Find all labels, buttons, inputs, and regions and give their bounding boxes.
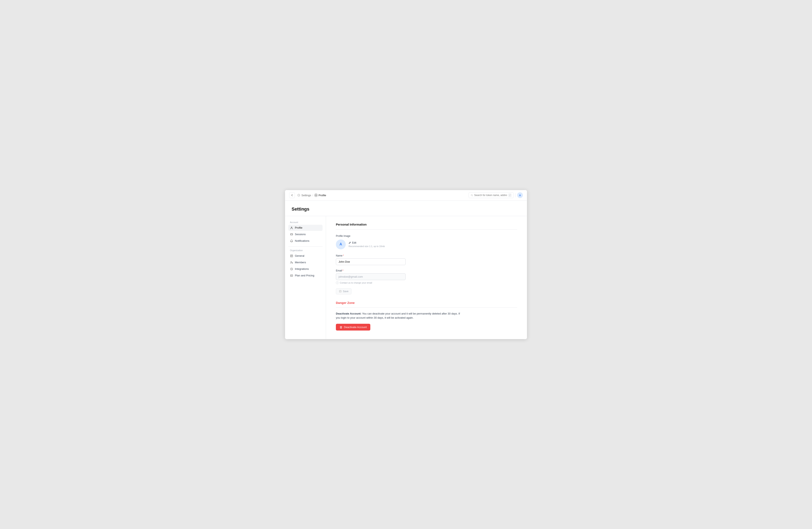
plan-pricing-icon [290, 274, 293, 277]
back-button[interactable] [289, 192, 295, 198]
avatar-info: Edit Recommended size 1:1, up to 10mb [349, 241, 385, 248]
save-label: Save [343, 290, 348, 293]
sidebar-general-label: General [295, 254, 304, 257]
clock-icon [297, 194, 300, 197]
svg-rect-10 [340, 290, 341, 291]
sidebar-sessions-label: Sessions [295, 233, 306, 236]
name-label: Name* [336, 254, 517, 257]
email-hint-text: Contact us to change your email [340, 281, 372, 284]
sidebar-item-members[interactable]: Members [288, 259, 322, 266]
breadcrumb-current: Profile [314, 193, 326, 197]
deactivate-account-button[interactable]: Deactivate Account [336, 324, 370, 330]
name-form-group: Name* [336, 254, 517, 265]
deactivate-description-bold: Deactivate Account: [336, 312, 362, 315]
breadcrumb-settings[interactable]: Settings [301, 194, 311, 197]
edit-avatar-button[interactable]: Edit [349, 241, 385, 244]
topbar: Settings / Profile [285, 190, 527, 201]
user-avatar-button[interactable]: A [517, 192, 523, 198]
profile-image-group: Profile Image A Edit Recommended size 1:… [336, 235, 517, 249]
sidebar-account-label: Account [288, 221, 322, 223]
sidebar-plan-pricing-label: Plan and Pricing [295, 274, 314, 277]
svg-rect-11 [339, 291, 341, 292]
topbar-divider [515, 193, 516, 197]
sidebar-item-plan-pricing[interactable]: Plan and Pricing [288, 273, 322, 279]
email-label: Email* [336, 269, 517, 272]
sidebar-item-profile[interactable]: Profile [288, 225, 322, 231]
email-required: * [343, 269, 344, 272]
sidebar: Account Profile Session [285, 216, 326, 339]
trash-icon [339, 326, 343, 329]
notifications-icon [290, 239, 293, 243]
svg-point-1 [316, 195, 316, 195]
app-window: Settings / Profile [285, 190, 527, 339]
svg-point-3 [291, 227, 292, 227]
email-hint: i Contact us to change your email [336, 281, 517, 284]
save-icon [339, 290, 342, 293]
sidebar-item-notifications[interactable]: Notifications [288, 238, 322, 244]
profile-image-row: A Edit Recommended size 1:1, up to 10mb [336, 239, 517, 249]
content-area: Personal Information Profile Image A Edi… [326, 216, 527, 339]
danger-zone: Danger Zone Deactivate Account: You can … [336, 301, 517, 331]
sidebar-item-integrations[interactable]: Integrations [288, 266, 322, 272]
profile-icon [290, 226, 293, 230]
main-layout: Account Profile Session [285, 216, 527, 339]
edit-label: Edit [352, 241, 357, 244]
page-header: Settings [285, 201, 527, 216]
save-button[interactable]: Save [336, 288, 351, 294]
name-required: * [343, 254, 344, 257]
profile-breadcrumb-icon [314, 193, 318, 197]
members-icon [290, 261, 293, 264]
integrations-icon [290, 267, 293, 271]
avatar: A [336, 239, 346, 249]
info-icon: i [336, 281, 339, 284]
svg-rect-8 [291, 275, 293, 276]
svg-point-6 [291, 261, 292, 262]
search-kbd: / [508, 193, 511, 197]
avatar-hint: Recommended size 1:1, up to 10mb [349, 245, 385, 248]
danger-divider [336, 307, 517, 308]
svg-point-2 [471, 194, 472, 196]
breadcrumb-profile-label: Profile [319, 194, 326, 197]
sidebar-integrations-label: Integrations [295, 267, 309, 270]
search-bar[interactable]: / [468, 192, 514, 198]
breadcrumb: Settings / Profile [297, 193, 326, 197]
deactivate-description: Deactivate Account: You can deactivate y… [336, 312, 463, 320]
deactivate-btn-label: Deactivate Account [344, 326, 367, 329]
search-icon [471, 194, 473, 197]
sidebar-item-general[interactable]: General [288, 253, 322, 259]
sidebar-profile-label: Profile [295, 226, 302, 229]
edit-icon [349, 241, 351, 244]
section-title: Personal Information [336, 223, 517, 226]
email-input [336, 273, 406, 280]
sidebar-item-sessions[interactable]: Sessions [288, 231, 322, 237]
sidebar-members-label: Members [295, 261, 306, 264]
general-icon [290, 254, 293, 258]
topbar-right: / A [468, 192, 523, 198]
svg-rect-4 [291, 234, 293, 235]
email-form-group: Email* i Contact us to change your email [336, 269, 517, 284]
sidebar-org-label: Organization [288, 249, 322, 252]
page-title: Settings [292, 206, 520, 212]
name-input[interactable] [336, 258, 406, 265]
profile-image-label: Profile Image [336, 235, 517, 237]
breadcrumb-separator: / [312, 194, 313, 197]
topbar-left: Settings / Profile [289, 192, 326, 198]
search-input[interactable] [474, 194, 507, 197]
sidebar-notifications-label: Notifications [295, 239, 309, 243]
sessions-icon [290, 233, 293, 236]
danger-zone-title: Danger Zone [336, 301, 517, 305]
